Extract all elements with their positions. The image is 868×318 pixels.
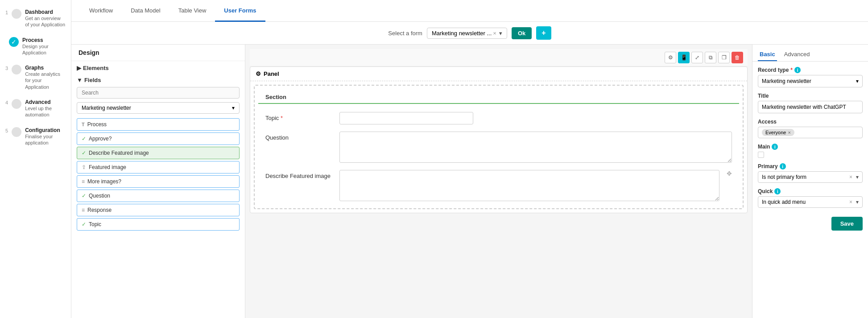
- step-number: 1: [5, 10, 8, 15]
- fields-toggle[interactable]: ▼ Fields: [71, 75, 245, 85]
- sidebar-title-dashboard: Dashboard: [25, 9, 66, 15]
- topic-input[interactable]: [339, 112, 473, 124]
- elements-toggle[interactable]: ▶ Elements: [77, 65, 240, 71]
- form-row-topic: Topic *: [258, 108, 739, 128]
- settings-icon-btn[interactable]: ⚙: [665, 52, 676, 63]
- form-select-bar: Select a form Marketing newsletter ... ×…: [71, 22, 868, 45]
- tab-basic[interactable]: Basic: [758, 48, 777, 61]
- save-button[interactable]: Save: [831, 217, 863, 231]
- field-item-question[interactable]: ✓ Question: [77, 190, 240, 202]
- quick-select[interactable]: In quick add menu × ▾: [758, 196, 863, 208]
- field-item-response[interactable]: ≡ Response: [77, 204, 240, 216]
- access-field-wrapper: Access Everyone ×: [758, 119, 863, 138]
- dropdown-value: Marketing newsletter: [82, 105, 131, 111]
- field-item-describe-featured-image[interactable]: ✓ Describe Featured image: [77, 147, 240, 159]
- tab-advanced[interactable]: Advanced: [782, 48, 812, 61]
- tab-table-view[interactable]: Table View: [169, 0, 215, 22]
- record-type-dropdown[interactable]: Marketing newsletter ▾: [77, 102, 240, 114]
- field-label-describe-featured: Describe Featured image: [89, 150, 149, 156]
- field-item-more-images[interactable]: ≡ More images?: [77, 175, 240, 188]
- step-icon-dashboard: [12, 9, 21, 19]
- sidebar-item-dashboard[interactable]: 1 Dashboard Get an overview of your Appl…: [0, 4, 71, 33]
- field-label-question: Question: [89, 193, 110, 199]
- field-item-topic[interactable]: ✓ Topic: [77, 218, 240, 231]
- sidebar: 1 Dashboard Get an overview of your Appl…: [0, 0, 71, 318]
- field-item-process[interactable]: T Process: [77, 118, 240, 131]
- top-navigation: Workflow Data Model Table View User Form…: [71, 0, 868, 22]
- field-label-process: Process: [87, 121, 107, 128]
- tab-user-forms[interactable]: User Forms: [215, 0, 265, 22]
- chevron-down-icon: ▾: [856, 174, 859, 180]
- section-container: Section Topic * Question: [254, 85, 744, 209]
- delete-icon-btn[interactable]: 🗑: [732, 52, 743, 63]
- panel-wrapper: ⚙ Panel Section Topic * Q: [250, 66, 748, 213]
- copy-icon-btn[interactable]: ⧉: [705, 52, 716, 63]
- access-field[interactable]: Everyone ×: [758, 127, 863, 138]
- main-field: Main i: [758, 144, 863, 158]
- required-indicator: *: [281, 115, 283, 121]
- sidebar-desc-process: Design your Application: [22, 43, 66, 56]
- chevron-down-icon: ▾: [232, 105, 235, 111]
- describe-featured-textarea[interactable]: [339, 170, 719, 201]
- mobile-icon-btn[interactable]: 📱: [678, 52, 690, 63]
- form-row-question: Question: [258, 128, 739, 166]
- main-checkbox[interactable]: [758, 152, 764, 158]
- field-item-approve[interactable]: ✓ Approve?: [77, 132, 240, 145]
- info-icon[interactable]: i: [794, 67, 801, 73]
- triangle-right-icon: ▶: [77, 65, 81, 71]
- panel-header: ⚙ Panel: [250, 67, 747, 81]
- tab-data-model[interactable]: Data Model: [122, 0, 169, 22]
- clear-primary-icon[interactable]: ×: [849, 174, 852, 180]
- remove-access-tag-icon[interactable]: ×: [788, 130, 790, 135]
- form-label-describe-featured: Describe Featured image: [265, 170, 332, 179]
- title-field: Title: [758, 93, 863, 113]
- sidebar-title-graphs: Graphs: [25, 65, 66, 71]
- panel-label: Panel: [264, 70, 279, 77]
- section-label: Section: [258, 89, 739, 104]
- add-form-button[interactable]: +: [536, 26, 551, 40]
- drag-handle-icon[interactable]: ✥: [727, 170, 732, 177]
- field-label-topic: Topic: [89, 221, 101, 227]
- sidebar-item-configuration[interactable]: 5 Configuration Finalise your applicatio…: [0, 123, 71, 151]
- search-input[interactable]: [77, 87, 240, 99]
- field-label-more-images: More images?: [87, 178, 121, 185]
- sidebar-item-process[interactable]: ✓ Process Design your Application: [0, 33, 71, 61]
- elements-section: ▶ Elements: [71, 61, 245, 75]
- title-label: Title: [758, 93, 863, 99]
- primary-field: Primary i Is not primary form × ▾: [758, 163, 863, 183]
- title-input[interactable]: [758, 101, 863, 113]
- record-type-label: Record type * i: [758, 67, 863, 73]
- field-item-featured-image[interactable]: ⇪ Featured image: [77, 161, 240, 173]
- chevron-down-icon: ▾: [499, 30, 502, 37]
- sidebar-item-advanced[interactable]: 4 Advanced Level up the automation: [0, 95, 71, 123]
- sidebar-title-configuration: Configuration: [25, 127, 66, 133]
- info-icon-primary[interactable]: i: [780, 163, 786, 169]
- sidebar-title-process: Process: [22, 37, 66, 43]
- list-icon: ≡: [82, 178, 85, 185]
- fullscreen-icon-btn[interactable]: ⤢: [691, 52, 703, 63]
- step-number: 3: [5, 66, 8, 71]
- form-row-describe-featured: Describe Featured image ✥: [258, 166, 739, 205]
- clear-quick-icon[interactable]: ×: [849, 199, 852, 205]
- record-type-select[interactable]: Marketing newsletter ▾: [758, 75, 863, 87]
- tab-workflow[interactable]: Workflow: [80, 0, 122, 22]
- left-panel: Design ▶ Elements ▼ Fields Marketing new…: [71, 45, 245, 318]
- duplicate-icon-btn[interactable]: ❐: [718, 52, 730, 63]
- primary-select[interactable]: Is not primary form × ▾: [758, 171, 863, 183]
- sidebar-item-graphs[interactable]: 3 Graphs Create analytics for your Appli…: [0, 60, 71, 95]
- elements-label: Elements: [83, 65, 109, 71]
- ok-button[interactable]: Ok: [512, 27, 532, 39]
- form-select-label: Select a form: [388, 30, 422, 37]
- form-clear-icon[interactable]: ×: [493, 30, 496, 37]
- sidebar-desc-dashboard: Get an overview of your Application: [25, 15, 66, 28]
- toolbar-icons: ⚙ 📱 ⤢ ⧉ ❐ 🗑: [665, 52, 743, 63]
- info-icon[interactable]: i: [772, 144, 778, 150]
- right-panel: Basic Advanced Record type * i Marketing…: [752, 45, 868, 318]
- content-area: Design ▶ Elements ▼ Fields Marketing new…: [71, 45, 868, 318]
- attach-icon: ⇪: [82, 164, 86, 170]
- question-textarea[interactable]: [339, 132, 732, 163]
- step-number: 5: [5, 128, 8, 133]
- info-icon-quick[interactable]: i: [774, 188, 781, 194]
- check-icon: ✓: [82, 136, 86, 142]
- form-select-dropdown[interactable]: Marketing newsletter ... × ▾: [427, 28, 507, 39]
